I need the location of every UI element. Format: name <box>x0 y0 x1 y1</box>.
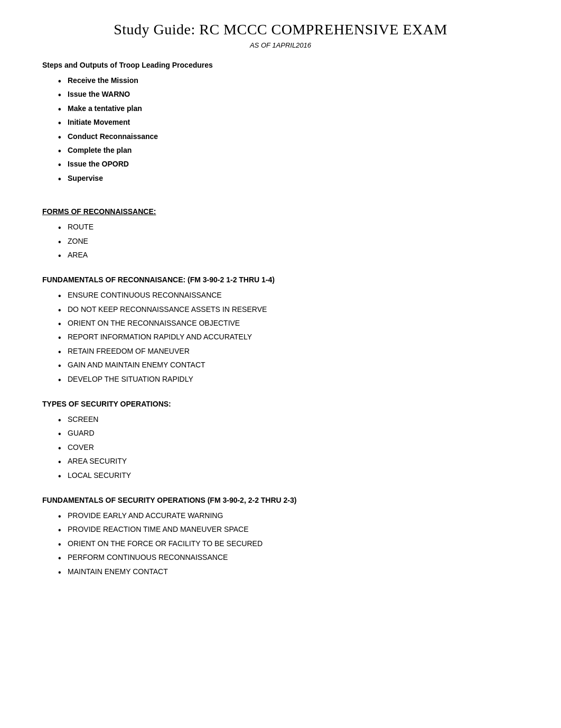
list-item: GUARD <box>58 427 519 439</box>
list-item: ENSURE CONTINUOUS RECONNAISSANCE <box>58 289 519 301</box>
section-heading-fundamentals-security: FUNDAMENTALS OF SECURITY OPERATIONS (FM … <box>42 496 519 504</box>
list-item: Initiate Movement <box>58 116 519 128</box>
list-item: Supervise <box>58 172 519 184</box>
section-list-troop-leading: Receive the MissionIssue the WARNOMake a… <box>42 75 519 184</box>
list-item: PROVIDE EARLY AND ACCURATE WARNING <box>58 510 519 521</box>
section-fundamentals-recon: FUNDAMENTALS OF RECONNAISANCE: (FM 3-90-… <box>42 275 519 385</box>
section-troop-leading: Steps and Outputs of Troop Leading Proce… <box>42 61 519 184</box>
list-item: PROVIDE REACTION TIME AND MANEUVER SPACE <box>58 523 519 535</box>
list-item: ORIENT ON THE FORCE OR FACILITY TO BE SE… <box>58 538 519 549</box>
list-item: ORIENT ON THE RECONNAISSANCE OBJECTIVE <box>58 317 519 329</box>
list-item: ZONE <box>58 235 519 247</box>
list-item: LOCAL SECURITY <box>58 469 519 481</box>
date-subtitle: AS OF 1APRIL2016 <box>42 41 519 49</box>
list-item: DO NOT KEEP RECONNAISSANCE ASSETS IN RES… <box>58 303 519 315</box>
list-item: Issue the WARNO <box>58 88 519 100</box>
list-item: AREA <box>58 249 519 261</box>
section-forms-recon: FORMS OF RECONNAISSANCE:ROUTEZONEAREA <box>42 207 519 261</box>
section-list-forms-recon: ROUTEZONEAREA <box>42 221 519 261</box>
list-item: COVER <box>58 441 519 453</box>
list-item: Conduct Reconnaissance <box>58 131 519 142</box>
list-item: RETAIN FREEDOM OF MANEUVER <box>58 345 519 357</box>
section-heading-forms-recon: FORMS OF RECONNAISSANCE: <box>42 207 519 216</box>
section-list-types-security: SCREENGUARDCOVERAREA SECURITYLOCAL SECUR… <box>42 413 519 481</box>
section-heading-troop-leading: Steps and Outputs of Troop Leading Proce… <box>42 61 519 69</box>
list-item: ROUTE <box>58 221 519 233</box>
section-list-fundamentals-security: PROVIDE EARLY AND ACCURATE WARNINGPROVID… <box>42 510 519 577</box>
list-item: REPORT INFORMATION RAPIDLY AND ACCURATEL… <box>58 331 519 343</box>
list-item: Complete the plan <box>58 144 519 156</box>
list-item: SCREEN <box>58 413 519 425</box>
list-item: GAIN AND MAINTAIN ENEMY CONTACT <box>58 359 519 371</box>
section-heading-types-security: TYPES OF SECURITY OPERATIONS: <box>42 400 519 408</box>
section-list-fundamentals-recon: ENSURE CONTINUOUS RECONNAISSANCEDO NOT K… <box>42 289 519 385</box>
list-item: Make a tentative plan <box>58 103 519 114</box>
section-fundamentals-security: FUNDAMENTALS OF SECURITY OPERATIONS (FM … <box>42 496 519 577</box>
list-item: DEVELOP THE SITUATION RAPIDLY <box>58 373 519 385</box>
list-item: Issue the OPORD <box>58 158 519 170</box>
page-title: Study Guide: RC MCCC COMPREHENSIVE EXAM <box>42 21 519 38</box>
list-item: AREA SECURITY <box>58 455 519 467</box>
list-item: Receive the Mission <box>58 75 519 86</box>
list-item: MAINTAIN ENEMY CONTACT <box>58 566 519 577</box>
section-types-security: TYPES OF SECURITY OPERATIONS:SCREENGUARD… <box>42 400 519 481</box>
list-item: PERFORM CONTINUOUS RECONNAISSANCE <box>58 551 519 563</box>
section-heading-fundamentals-recon: FUNDAMENTALS OF RECONNAISANCE: (FM 3-90-… <box>42 275 519 284</box>
